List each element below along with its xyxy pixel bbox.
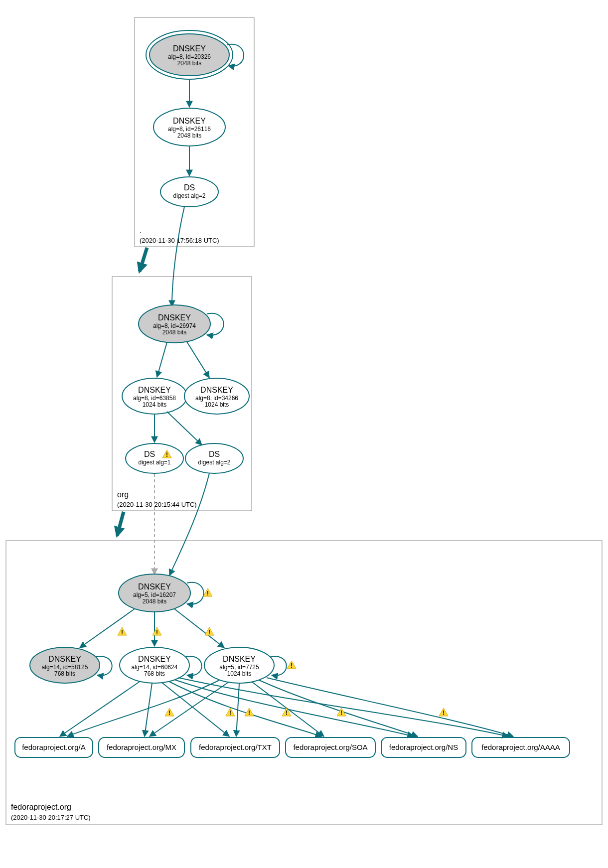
svg-text:1024 bits: 1024 bits (205, 401, 229, 408)
svg-text:fedoraproject.org/SOA: fedoraproject.org/SOA (293, 743, 367, 751)
warning-icon (287, 661, 296, 669)
svg-text:digest alg=1: digest alg=1 (138, 459, 170, 466)
svg-text:DS: DS (209, 450, 220, 458)
rrset-txt: fedoraproject.org/TXT (191, 737, 280, 757)
svg-text:fedoraproject.org/TXT: fedoraproject.org/TXT (199, 743, 272, 751)
zone-org: org (2020-11-30 20:15:44 UTC) DNSKEY alg… (112, 207, 252, 511)
zone-root-label: . (140, 226, 142, 235)
svg-point-27 (126, 443, 183, 473)
node-root-ds: DS digest alg=2 (160, 177, 218, 207)
svg-text:fedoraproject.org/A: fedoraproject.org/A (22, 743, 86, 751)
dnssec-diagram: ! . (2020-11-30 17:56:18 UTC) DNSKEY alg… (0, 0, 608, 868)
node-org-ksk: DNSKEY alg=8, id=26974 2048 bits (139, 305, 210, 343)
svg-text:fedoraproject.org/AAAA: fedoraproject.org/AAAA (481, 743, 560, 751)
svg-text:alg=14, id=58125: alg=14, id=58125 (42, 664, 88, 671)
svg-text:DNSKEY: DNSKEY (138, 582, 171, 591)
svg-text:2048 bits: 2048 bits (177, 132, 202, 139)
node-org-zsk2: DNSKEY alg=8, id=34266 1024 bits (184, 378, 249, 414)
svg-text:1024 bits: 1024 bits (227, 670, 252, 677)
svg-text:DNSKEY: DNSKEY (138, 655, 171, 663)
rrset-mx: fedoraproject.org/MX (99, 737, 184, 757)
warning-icon (203, 588, 212, 597)
svg-text:alg=5, id=16207: alg=5, id=16207 (133, 591, 176, 598)
warning-icon (165, 708, 174, 717)
warning-icon (118, 627, 127, 636)
rrset-a: fedoraproject.org/A (15, 737, 93, 757)
svg-text:alg=5, id=7725: alg=5, id=7725 (219, 664, 259, 671)
svg-text:alg=14, id=60624: alg=14, id=60624 (132, 664, 178, 671)
zone-root-time: (2020-11-30 17:56:18 UTC) (140, 237, 219, 244)
svg-text:alg=8, id=26974: alg=8, id=26974 (153, 322, 196, 329)
node-fed-k1: DNSKEY alg=14, id=58125 768 bits (30, 647, 100, 683)
svg-text:1024 bits: 1024 bits (143, 401, 167, 408)
svg-text:DNSKEY: DNSKEY (138, 386, 171, 394)
node-org-zsk1: DNSKEY alg=8, id=63858 1024 bits (122, 378, 187, 414)
svg-text:digest alg=2: digest alg=2 (198, 459, 230, 466)
svg-text:DS: DS (144, 450, 155, 458)
zone-fedora-label: fedoraproject.org (11, 803, 71, 811)
zone-org-label: org (117, 490, 129, 499)
node-fed-ksk: DNSKEY alg=5, id=16207 2048 bits (119, 574, 190, 612)
edge-zone-org-to-fedora (117, 512, 124, 536)
warning-icon (152, 627, 161, 636)
svg-text:DNSKEY: DNSKEY (223, 655, 256, 663)
svg-text:2048 bits: 2048 bits (143, 598, 167, 605)
svg-text:DNSKEY: DNSKEY (200, 386, 233, 394)
svg-text:alg=8, id=63858: alg=8, id=63858 (133, 395, 176, 402)
svg-text:768 bits: 768 bits (144, 670, 165, 677)
svg-rect-33 (6, 541, 602, 825)
svg-text:alg=8, id=26116: alg=8, id=26116 (168, 126, 211, 133)
node-org-ds2: DS digest alg=2 (185, 443, 243, 473)
rrset-aaaa: fedoraproject.org/AAAA (472, 737, 570, 757)
svg-text:digest alg=2: digest alg=2 (173, 192, 205, 199)
rrset-ns: fedoraproject.org/NS (381, 737, 466, 757)
edge-zone-root-to-org (140, 248, 147, 272)
zone-fedora: fedoraproject.org (2020-11-30 20:17:27 U… (6, 473, 602, 825)
node-root-zsk: DNSKEY alg=8, id=26116 2048 bits (153, 108, 225, 146)
svg-text:DS: DS (184, 183, 195, 192)
node-org-ds1: DS digest alg=1 (126, 443, 183, 473)
svg-text:2048 bits: 2048 bits (177, 60, 202, 67)
svg-text:alg=8, id=20326: alg=8, id=20326 (168, 53, 211, 60)
svg-point-30 (185, 443, 243, 473)
warning-icon (439, 708, 448, 717)
warning-icon (226, 708, 235, 717)
warning-icon (205, 627, 214, 636)
zone-root: . (2020-11-30 17:56:18 UTC) DNSKEY alg=8… (135, 17, 254, 247)
svg-text:DNSKEY: DNSKEY (173, 117, 206, 125)
svg-text:DNSKEY: DNSKEY (173, 44, 206, 53)
svg-text:DNSKEY: DNSKEY (158, 313, 191, 322)
svg-text:768 bits: 768 bits (54, 670, 75, 677)
svg-text:fedoraproject.org/NS: fedoraproject.org/NS (389, 743, 458, 751)
zone-fedora-time: (2020-11-30 20:17:27 UTC) (11, 814, 91, 821)
node-fed-k3: DNSKEY alg=5, id=7725 1024 bits (204, 647, 274, 683)
svg-text:DNSKEY: DNSKEY (48, 655, 81, 663)
svg-text:alg=8, id=34266: alg=8, id=34266 (195, 395, 238, 402)
rrset-soa: fedoraproject.org/SOA (286, 737, 375, 757)
zone-org-time: (2020-11-30 20:15:44 UTC) (117, 501, 197, 508)
svg-point-11 (160, 177, 218, 207)
svg-text:fedoraproject.org/MX: fedoraproject.org/MX (107, 743, 176, 751)
svg-text:2048 bits: 2048 bits (162, 329, 187, 336)
node-root-ksk: DNSKEY alg=8, id=20326 2048 bits (146, 30, 233, 79)
